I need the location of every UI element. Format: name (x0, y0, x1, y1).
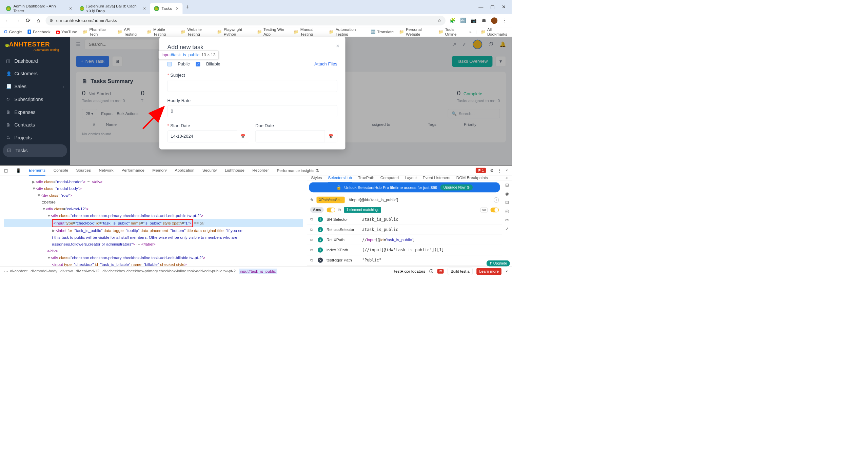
home-icon[interactable]: ⌂ (35, 17, 42, 24)
side-tab-dom-breakpoints[interactable]: DOM Breakpoints (456, 175, 488, 180)
elements-panel[interactable]: ▶<div class="modal-header"> ⋯ </div> ▼<d… (0, 175, 307, 266)
close-icon[interactable]: × (506, 269, 508, 274)
tool-icon[interactable]: ⤢ (505, 227, 509, 232)
bookmark-youtube[interactable]: YouTube (56, 30, 77, 34)
upgrade-now-button[interactable]: Upgrade Now ⊗ (440, 184, 473, 191)
calendar-icon[interactable]: 📅 (237, 130, 250, 142)
bookmark-google[interactable]: Google (4, 29, 22, 34)
bookmarks-overflow-icon[interactable]: » (469, 30, 472, 34)
bookmark-folder[interactable]: Tools Online (438, 27, 464, 36)
copy-icon[interactable]: ⧉ (310, 238, 314, 242)
add-selector-icon[interactable]: + (494, 197, 499, 202)
maximize-icon[interactable]: ▢ (490, 4, 495, 10)
tab-security[interactable]: Security (202, 168, 217, 173)
bookmark-facebook[interactable]: Facebook (27, 30, 51, 34)
tool-icon[interactable]: ✂ (505, 218, 509, 223)
url-bar[interactable]: ⚙ crm.anhtester.com/admin/tasks ☆ (45, 16, 445, 25)
profile-avatar[interactable] (491, 17, 497, 24)
tab-console[interactable]: Console (54, 168, 68, 173)
aa-toggle[interactable] (491, 208, 499, 212)
camera-icon[interactable]: 📷 (470, 18, 477, 23)
upgrade-pill[interactable]: ⬆ Upgrade (487, 260, 510, 267)
minimize-icon[interactable]: ― (478, 4, 483, 10)
tab-sources[interactable]: Sources (76, 168, 91, 173)
close-window-icon[interactable]: ✕ (502, 4, 506, 10)
tab-network[interactable]: Network (99, 168, 113, 173)
subject-input[interactable] (167, 80, 337, 92)
info-icon[interactable]: ⓘ (429, 269, 433, 274)
attach-files-link[interactable]: Attach Files (314, 62, 337, 67)
tab-elements[interactable]: Elements (29, 168, 45, 175)
bookmark-folder[interactable]: Manual Testing (294, 27, 323, 36)
hourly-rate-input[interactable] (167, 105, 337, 117)
sidebar-item-customers[interactable]: 👤Customers (0, 67, 70, 80)
more-icon[interactable]: ⋮ (497, 168, 501, 173)
side-tab-truepath[interactable]: TruePath (358, 175, 374, 180)
sidebar-item-projects[interactable]: 🗂Projects (0, 131, 70, 144)
build-test-button[interactable]: Build test a (448, 268, 472, 275)
close-icon[interactable]: × (69, 6, 72, 12)
tool-icon[interactable]: ◉ (505, 191, 509, 196)
bookmark-folder[interactable]: Phamiliar Tech (83, 27, 112, 36)
side-tab-styles[interactable]: Styles (311, 175, 322, 180)
bookmark-folder[interactable]: API Testing (117, 27, 141, 36)
close-icon[interactable]: × (176, 6, 178, 12)
bookmark-folder[interactable]: Playwright Python (217, 27, 251, 36)
copy-icon[interactable]: ⧉ (338, 208, 341, 212)
tab-performance[interactable]: Performance (121, 168, 144, 173)
sidebar-item-dashboard[interactable]: ◫Dashboard (0, 55, 70, 67)
sidebar-item-tasks[interactable]: ☑Tasks (3, 144, 67, 157)
copy-icon[interactable]: ⧉ (310, 217, 314, 221)
tab-application[interactable]: Application (175, 168, 195, 173)
close-icon[interactable]: × (143, 6, 146, 12)
public-checkbox[interactable] (167, 62, 172, 66)
close-devtools-icon[interactable]: × (506, 168, 508, 173)
learn-more-button[interactable]: Learn more (476, 268, 501, 275)
settings-icon[interactable]: ⚙ (490, 168, 494, 173)
sidebar-item-contracts[interactable]: 🗎Contracts (0, 119, 70, 132)
back-icon[interactable]: ← (4, 17, 11, 24)
aa-button[interactable]: AA (480, 208, 488, 212)
calendar-icon[interactable]: 📅 (325, 130, 337, 142)
sidebar-item-subscriptions[interactable]: ↻Subscriptions (0, 93, 70, 106)
tab-perf-insights[interactable]: Performance insights ⚗ (277, 168, 319, 173)
xpath-mode-badge[interactable]: XPath/cssSel.. (316, 197, 344, 203)
copy-icon[interactable]: ⧉ (310, 228, 314, 232)
promo-banner[interactable]: 🔓Unlock SelectorsHub Pro lifetime access… (309, 182, 500, 192)
side-tab-layout[interactable]: Layout (405, 175, 417, 180)
tool-icon[interactable]: ⊞ (505, 182, 509, 188)
copy-icon[interactable]: ⧉ (310, 258, 314, 262)
edit-icon[interactable]: ✎ (310, 197, 314, 202)
sidebar-item-sales[interactable]: 🧾Sales‹ (0, 80, 70, 93)
browser-tab[interactable]: 🐸 [Selenium Java] Bài 8: Cách xử lý Drop… (76, 3, 150, 14)
axes-toggle[interactable] (327, 208, 335, 212)
inspect-icon[interactable]: ◫ (4, 168, 8, 173)
translate-icon[interactable]: 🔤 (460, 18, 466, 23)
bookmark-folder[interactable]: Automation Testing (329, 27, 365, 36)
more-tabs-icon[interactable]: » (506, 175, 508, 180)
tab-lighthouse[interactable]: Lighthouse (225, 168, 244, 173)
device-icon[interactable]: 📱 (16, 168, 21, 173)
tab-recorder[interactable]: Recorder (252, 168, 269, 173)
xpath-input[interactable] (348, 196, 491, 203)
due-date-input[interactable] (255, 130, 325, 142)
bookmark-folder[interactable]: Testing Win App (257, 27, 288, 36)
error-count-badge[interactable]: ⚑ 1 (476, 168, 486, 173)
tool-icon[interactable]: ⊡ (505, 200, 509, 205)
side-tab-computed[interactable]: Computed (380, 175, 399, 180)
modal-close-icon[interactable]: × (336, 43, 339, 49)
dom-breadcrumb[interactable]: al-content div.modal-body div.row div.co… (10, 269, 277, 274)
puzzle-icon[interactable]: ☗ (481, 18, 487, 23)
tool-icon[interactable]: ◎ (505, 209, 509, 214)
copy-icon[interactable]: ⧉ (310, 248, 314, 252)
browser-tab-active[interactable]: 🐸 Tasks × (150, 3, 182, 14)
bookmark-folder[interactable]: Website Testing (181, 27, 212, 36)
star-icon[interactable]: ☆ (437, 18, 441, 23)
reload-icon[interactable]: ⟳ (25, 17, 31, 24)
new-tab-button[interactable]: + (185, 4, 189, 11)
bookmark-folder[interactable]: Personal Website (399, 27, 433, 36)
side-tab-event-listeners[interactable]: Event Listeners (423, 175, 450, 180)
axes-button[interactable]: Axes (310, 207, 324, 213)
all-bookmarks-button[interactable]: All Bookmarks (481, 27, 508, 36)
start-date-input[interactable] (167, 130, 237, 142)
